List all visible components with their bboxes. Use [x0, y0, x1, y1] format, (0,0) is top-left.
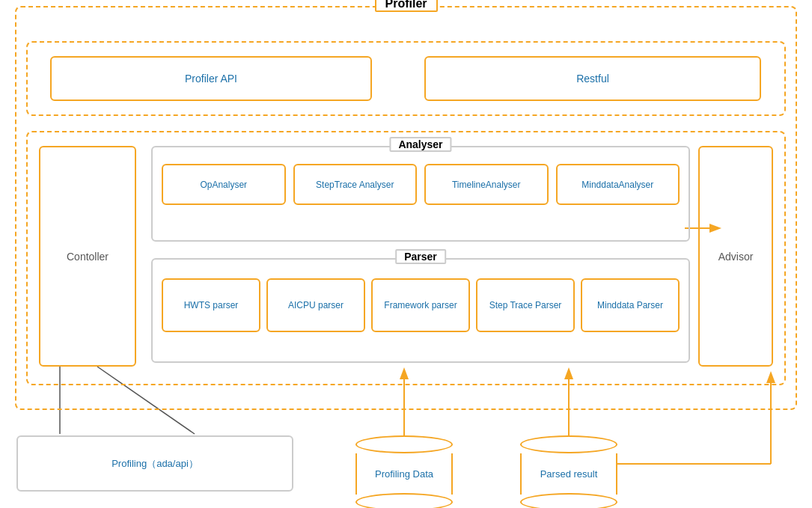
parser-item-3: Step Trace Parser — [476, 278, 575, 332]
api-row-box: Profiler API Restful — [26, 41, 786, 116]
analyser-item-1: StepTrace Analyser — [293, 164, 418, 205]
parsed-result-cylinder: Parsed result — [520, 435, 617, 508]
profiling-data-label: Profiling Data — [355, 453, 453, 495]
middle-section: Analyser OpAnalyser StepTrace Analyser T… — [151, 146, 690, 367]
parser-item-4: Minddata Parser — [581, 278, 680, 332]
parser-title: Parser — [395, 249, 446, 264]
advisor-label: Advisor — [718, 251, 754, 263]
restful-label: Restful — [576, 73, 609, 85]
profiling-label: Profiling（ada/api） — [112, 457, 198, 471]
analyser-title: Analyser — [389, 137, 451, 152]
cylinder-top-ellipse — [355, 435, 453, 453]
profiling-box: Profiling（ada/api） — [16, 435, 293, 492]
profiling-data-cylinder: Profiling Data — [355, 435, 453, 508]
analyser-item-0: OpAnalyser — [162, 164, 286, 205]
analyser-box: Analyser OpAnalyser StepTrace Analyser T… — [151, 146, 690, 242]
diagram-container: Profiler Profiler API Restful Contoller … — [0, 0, 812, 508]
profiler-title: Profiler — [374, 0, 437, 12]
parsed-cylinder-bottom — [520, 493, 617, 508]
analyser-items: OpAnalyser StepTrace Analyser TimelineAn… — [162, 164, 680, 205]
controller-label: Contoller — [67, 251, 109, 263]
parsed-cylinder-top — [520, 435, 617, 453]
advisor-box: Advisor — [698, 146, 773, 367]
analyser-item-2: TimelineAnalyser — [424, 164, 549, 205]
parser-item-0: HWTS parser — [162, 278, 260, 332]
parsed-result-label: Parsed result — [520, 453, 617, 495]
profiler-api-box: Profiler API — [50, 56, 372, 101]
profiler-api-label: Profiler API — [185, 73, 237, 85]
parser-item-2: Framework parser — [371, 278, 470, 332]
controller-box: Contoller — [39, 146, 136, 367]
parser-item-1: AICPU parser — [266, 278, 365, 332]
cylinder-bottom-ellipse — [355, 493, 453, 508]
analyser-item-3: MinddataAnalyser — [556, 164, 680, 205]
parser-box: Parser HWTS parser AICPU parser Framewor… — [151, 258, 690, 363]
restful-box: Restful — [424, 56, 761, 101]
main-row-box: Contoller Advisor Analyser OpAnalyser St… — [26, 131, 786, 385]
parser-items: HWTS parser AICPU parser Framework parse… — [162, 278, 680, 332]
